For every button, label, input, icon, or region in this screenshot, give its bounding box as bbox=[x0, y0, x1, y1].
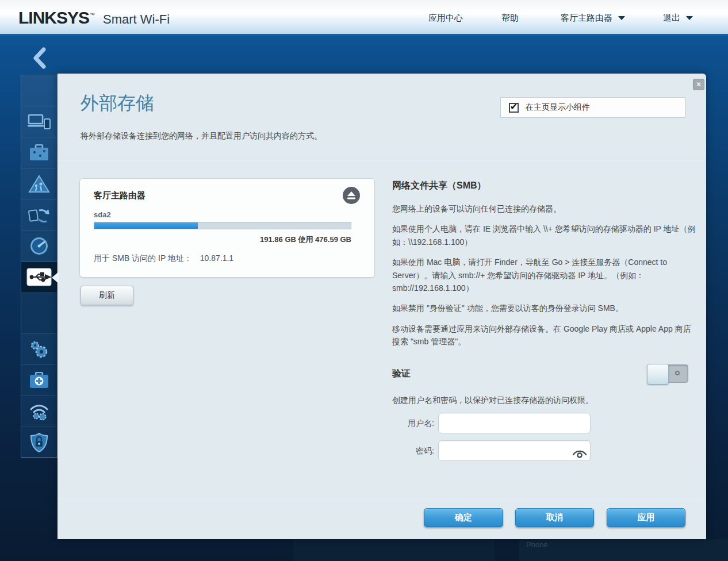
toggle-off-indicator bbox=[675, 371, 680, 375]
nav-app-center[interactable]: 应用中心 bbox=[428, 0, 463, 36]
sidebar-spacer bbox=[21, 75, 57, 106]
chevron-down-icon bbox=[618, 16, 625, 20]
background-page-text: Phone bbox=[526, 540, 548, 549]
eye-icon bbox=[572, 449, 587, 459]
username-field[interactable] bbox=[438, 413, 591, 433]
sidebar-item-media-prioritization[interactable] bbox=[21, 199, 57, 230]
usb-storage-icon bbox=[26, 268, 52, 286]
usage-bar bbox=[94, 222, 351, 229]
usage-bar-fill bbox=[94, 222, 198, 229]
show-widget-option[interactable]: ✔ 在主页显示小组件 bbox=[500, 97, 685, 118]
smb-paragraph: 移动设备需要通过应用来访问外部存储设备。在 Google Play 商店或 Ap… bbox=[392, 322, 698, 348]
sidebar-spacer bbox=[21, 293, 57, 334]
first-aid-kit-icon bbox=[29, 372, 49, 389]
partition-name: sda2 bbox=[94, 210, 111, 219]
divider bbox=[58, 160, 706, 161]
smb-paragraph: 您网络上的设备可以访问任何已连接的存储器。 bbox=[392, 202, 698, 215]
sidebar-item-troubleshooting[interactable] bbox=[21, 365, 57, 396]
external-storage-panel: ✕ 外部存储 将外部存储设备连接到您的网络，并且配置用户访问其内容的方式。 ✔ … bbox=[58, 74, 706, 539]
linksys-smart-wifi-app: Phone LINKSYS ™ Smart Wi-Fi 应用中心 帮助 客厅主路… bbox=[0, 0, 728, 561]
shield-lock-icon bbox=[30, 433, 48, 452]
usage-text: 191.86 GB 使用 476.59 GB bbox=[94, 235, 351, 245]
trademark-symbol: ™ bbox=[90, 12, 95, 18]
nav-router-menu[interactable]: 客厅主路由器 bbox=[561, 0, 625, 36]
smb-paragraph: 如果使用 Mac 电脑，请打开 Finder，导航至 Go > 连接至服务器（C… bbox=[392, 256, 698, 294]
cancel-button[interactable]: 取消 bbox=[515, 508, 594, 527]
sidebar-item-device-list[interactable] bbox=[21, 106, 57, 137]
guest-access-icon bbox=[29, 144, 49, 162]
sidebar bbox=[21, 75, 58, 458]
storage-device-card: 客厅主路由器 sda2 191.86 GB 使用 476.59 GB 用于 SM… bbox=[79, 178, 375, 278]
auth-description: 创建用户名和密码，以保护对已连接存储器的访问权限。 bbox=[392, 395, 593, 406]
smb-ip-line: 用于 SMB 访问的 IP 地址： 10.87.1.1 bbox=[94, 253, 233, 264]
widget-checkbox-label: 在主页显示小组件 bbox=[526, 102, 590, 113]
sidebar-item-wireless[interactable] bbox=[21, 396, 57, 427]
sidebar-item-parental-controls[interactable] bbox=[21, 168, 57, 199]
wifi-settings-icon bbox=[28, 402, 51, 421]
router-name: 客厅主路由器 bbox=[94, 190, 145, 201]
auth-toggle[interactable] bbox=[647, 364, 688, 383]
smb-ip-value: 10.87.1.1 bbox=[200, 253, 233, 263]
devices-icon bbox=[28, 114, 51, 130]
toggle-knob[interactable] bbox=[647, 364, 669, 385]
smb-info-section: 网络文件共享（SMB） 您网络上的设备可以访问任何已连接的存储器。 如果使用个人… bbox=[392, 180, 698, 356]
apply-button[interactable]: 应用 bbox=[607, 508, 685, 527]
page-title: 外部存储 bbox=[81, 91, 154, 116]
sidebar-item-guest-access[interactable] bbox=[21, 137, 57, 168]
nav-label: 退出 bbox=[663, 13, 680, 24]
app-header: LINKSYS ™ Smart Wi-Fi 应用中心 帮助 客厅主路由器 退出 bbox=[0, 0, 728, 36]
nav-label: 客厅主路由器 bbox=[561, 13, 612, 24]
nav-logout-menu[interactable]: 退出 bbox=[663, 0, 693, 36]
password-field[interactable] bbox=[438, 440, 591, 461]
sidebar-item-security[interactable] bbox=[21, 427, 57, 458]
smb-paragraph: 如果使用个人电脑，请在 IE 浏览器中输入 \\+ 您希望访问的存储驱动器的 I… bbox=[392, 222, 698, 248]
password-label: 密码: bbox=[393, 446, 434, 456]
sidebar-item-speed-test[interactable] bbox=[21, 230, 57, 262]
checkmark-icon: ✔ bbox=[510, 101, 518, 112]
widget-checkbox[interactable]: ✔ bbox=[509, 103, 519, 113]
linksys-brand: LINKSYS ™ Smart Wi-Fi bbox=[18, 8, 170, 28]
nav-label: 帮助 bbox=[501, 13, 519, 24]
nav-help[interactable]: 帮助 bbox=[501, 0, 519, 36]
smb-paragraph: 如果禁用 "身份验证" 功能，您需要以访客的身份登录访问 SMB。 bbox=[392, 302, 698, 314]
brand-subtitle: Smart Wi-Fi bbox=[103, 12, 170, 27]
media-prioritization-icon bbox=[28, 206, 51, 224]
dimmed-background-widget bbox=[293, 539, 495, 561]
nav-label: 应用中心 bbox=[428, 13, 463, 24]
ok-button[interactable]: 确定 bbox=[424, 508, 503, 527]
smb-heading: 网络文件共享（SMB） bbox=[392, 180, 698, 192]
page-subtitle: 将外部存储设备连接到您的网络，并且配置用户访问其内容的方式。 bbox=[81, 131, 322, 141]
speed-test-icon bbox=[29, 236, 49, 256]
eject-button[interactable] bbox=[343, 187, 360, 204]
close-icon[interactable]: ✕ bbox=[693, 79, 704, 90]
linksys-logo: LINKSYS bbox=[18, 8, 89, 28]
chevron-down-icon bbox=[686, 16, 693, 20]
back-button[interactable] bbox=[30, 47, 49, 69]
chevron-left-icon bbox=[30, 47, 49, 69]
eject-icon bbox=[347, 191, 356, 199]
smb-ip-label: 用于 SMB 访问的 IP 地址： bbox=[94, 253, 192, 263]
divider bbox=[58, 498, 706, 499]
gears-icon bbox=[29, 340, 49, 359]
selected-item-pointer bbox=[52, 271, 59, 284]
username-label: 用户名: bbox=[393, 418, 434, 429]
dimmed-background-widget bbox=[519, 539, 728, 561]
show-password-button[interactable] bbox=[572, 449, 587, 461]
auth-heading: 验证 bbox=[392, 368, 411, 380]
sidebar-item-connectivity[interactable] bbox=[21, 334, 57, 365]
parental-controls-icon bbox=[28, 175, 50, 193]
refresh-button[interactable]: 刷新 bbox=[81, 286, 133, 305]
